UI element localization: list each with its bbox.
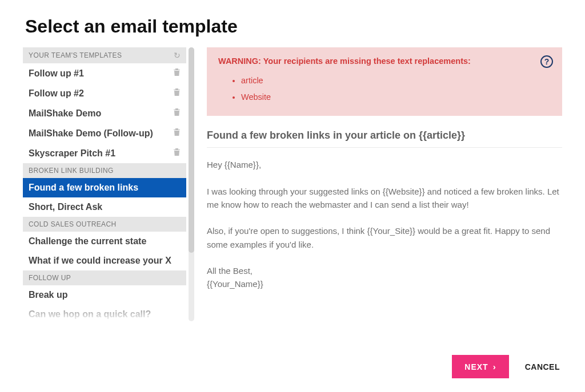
template-item-label: Challenge the current state [29,236,146,246]
scrollbar-thumb[interactable] [189,47,194,253]
section-header-label: YOUR TEAM'S TEMPLATES [29,51,122,59]
help-icon[interactable]: ? [540,55,553,68]
footer-actions: NEXT › CANCEL [452,355,560,378]
section-header: COLD SALES OUTREACH [23,217,186,232]
trash-icon[interactable] [173,148,181,159]
template-item[interactable]: Found a few broken links [23,178,186,197]
template-item[interactable]: Short, Direct Ask [23,197,186,217]
template-item-label: Break up [29,290,67,300]
template-item-label: Short, Direct Ask [29,202,102,212]
template-item-label: MailShake Demo [29,108,101,119]
section-header: FOLLOW UP [23,270,186,285]
page-title: Select an email template [0,0,585,47]
scrollbar-track[interactable] [189,47,194,321]
template-item-label: Follow up #2 [29,88,84,99]
section-header: YOUR TEAM'S TEMPLATES↻ [23,47,186,63]
template-sidebar: YOUR TEAM'S TEMPLATES↻Follow up #1Follow… [23,47,194,321]
template-item[interactable]: Can we hop on a quick call? [23,305,186,321]
cancel-button[interactable]: CANCEL [525,362,560,371]
section-header-label: FOLLOW UP [29,274,71,282]
template-item[interactable]: Skyscraper Pitch #1 [23,143,186,163]
preview-pane: WARNING: Your recipients are missing the… [207,47,562,321]
refresh-icon[interactable]: ↻ [174,51,181,60]
email-body: Hey {{Name}}, I was looking through your… [207,158,562,291]
template-list: YOUR TEAM'S TEMPLATES↻Follow up #1Follow… [23,47,186,321]
template-item-label: MailShake Demo (Follow-up) [29,128,153,139]
warning-missing-item: article [241,72,551,89]
warning-box: WARNING: Your recipients are missing the… [207,47,562,116]
trash-icon[interactable] [173,88,181,99]
template-item[interactable]: Break up [23,285,186,305]
section-header-label: COLD SALES OUTREACH [29,220,117,228]
template-item[interactable]: Challenge the current state [23,232,186,251]
template-item-label: Can we hop on a quick call? [29,309,151,320]
next-button[interactable]: NEXT › [452,355,508,378]
template-item-label: Found a few broken links [29,183,138,193]
main-area: YOUR TEAM'S TEMPLATES↻Follow up #1Follow… [0,47,585,321]
next-button-label: NEXT [464,362,488,371]
template-item[interactable]: Follow up #1 [23,63,186,83]
section-header-label: BROKEN LINK BUILDING [29,167,114,175]
chevron-right-icon: › [493,362,496,371]
trash-icon[interactable] [173,108,181,119]
template-item[interactable]: MailShake Demo [23,103,186,123]
template-item-label: What if we could increase your X [29,256,171,266]
warning-title: WARNING: Your recipients are missing the… [218,56,551,66]
template-item[interactable]: MailShake Demo (Follow-up) [23,123,186,143]
section-header: BROKEN LINK BUILDING [23,163,186,178]
template-item-label: Skyscraper Pitch #1 [29,148,115,159]
trash-icon[interactable] [173,68,181,79]
warning-missing-list: articleWebsite [218,72,551,106]
trash-icon[interactable] [173,128,181,139]
template-item[interactable]: What if we could increase your X [23,251,186,270]
email-subject: Found a few broken links in your article… [207,130,562,148]
template-item[interactable]: Follow up #2 [23,83,186,103]
warning-missing-item: Website [241,89,551,106]
template-item-label: Follow up #1 [29,68,84,79]
